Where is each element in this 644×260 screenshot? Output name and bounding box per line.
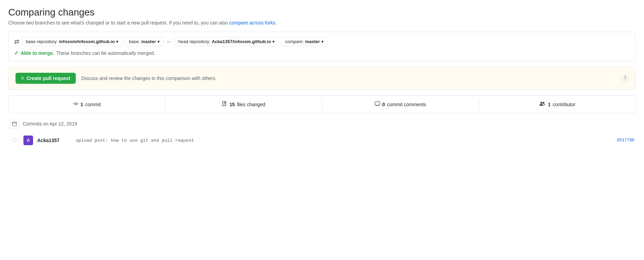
base-repo-chevron-icon: ▾ — [116, 39, 118, 44]
commit-comments-stat[interactable]: 0 commit comments — [322, 99, 479, 110]
compare-branch-chevron-icon: ▾ — [321, 39, 324, 44]
commits-section: Commits on Apr 12, 2019 A Acka1357 uploa… — [8, 119, 636, 148]
help-icon-button[interactable]: ? — [622, 75, 629, 82]
pr-creation-bar: ⑂ Create pull request Discuss and review… — [8, 67, 636, 90]
head-repo-chevron-icon: ▾ — [272, 39, 275, 44]
page-title: Comparing changes — [8, 7, 636, 18]
commits-stat[interactable]: 1 commit — [9, 99, 165, 110]
base-repository-dropdown[interactable]: base repository: infossm/infossm.github.… — [22, 37, 122, 46]
contributors-label: contributor — [553, 102, 575, 107]
page-subtitle: Choose two branches to see what's change… — [8, 20, 636, 26]
merge-checkmark-icon: ✓ — [14, 50, 19, 56]
contributors-count: 1 — [548, 102, 551, 107]
base-repo-value: infossm/infossm.github.io — [59, 39, 115, 44]
commits-calendar-icon — [10, 119, 19, 129]
svg-point-9 — [542, 102, 544, 104]
files-stat-icon — [222, 101, 227, 108]
commit-message: upload post: how to use git and pull req… — [76, 138, 613, 143]
base-branch-label: base: — [129, 39, 140, 44]
svg-point-8 — [540, 102, 542, 104]
head-repository-dropdown[interactable]: head repository: Acka1357/infossm.github… — [175, 37, 279, 46]
compare-branches-icon: ⇄ — [14, 38, 19, 46]
base-branch-chevron-icon: ▾ — [157, 39, 160, 44]
comments-stat-icon — [375, 101, 380, 108]
base-branch-value: master — [141, 39, 156, 44]
compare-across-forks-link[interactable]: compare across forks. — [229, 20, 277, 26]
commit-stat-icon — [73, 101, 79, 108]
comments-label: commit comments — [387, 102, 426, 107]
commits-label: commit — [85, 102, 101, 107]
commit-author[interactable]: Acka1357 — [37, 138, 72, 143]
compare-branch-dropdown[interactable]: compare: master ▾ — [281, 37, 328, 46]
base-repo-label: base repository: — [26, 39, 58, 44]
create-pr-label: Create pull request — [27, 76, 70, 81]
branch-selector-bar: ⇄ base repository: infossm/infossm.githu… — [8, 32, 636, 61]
commits-count: 1 — [81, 102, 83, 107]
avatar: A — [23, 136, 33, 145]
svg-point-0 — [75, 103, 77, 105]
compare-branch-label: compare: — [285, 39, 304, 44]
merge-description: These branches can be automatically merg… — [56, 50, 155, 56]
pr-description: Discuss and review the changes in this c… — [81, 76, 217, 81]
commits-date-text: Commits on Apr 12, 2019 — [23, 121, 77, 127]
compare-branch-value: master — [305, 39, 320, 44]
commit-sha-link[interactable]: 6517790 — [617, 138, 634, 143]
merge-status: ✓ Able to merge. These branches can be a… — [14, 50, 630, 56]
head-repo-value: Acka1357/infossm.github.io — [212, 39, 271, 44]
commits-date-header: Commits on Apr 12, 2019 — [10, 119, 634, 129]
comments-count: 0 — [382, 102, 385, 107]
contributors-stat[interactable]: 1 contributor — [479, 99, 635, 110]
create-pull-request-button[interactable]: ⑂ Create pull request — [15, 73, 76, 84]
files-changed-stat[interactable]: 15 files changed — [165, 99, 322, 110]
merge-able-label: Able to merge. — [21, 50, 54, 56]
svg-rect-7 — [375, 102, 380, 105]
contributors-stat-icon — [539, 101, 546, 108]
files-count: 15 — [229, 102, 235, 107]
commit-dot — [12, 138, 17, 142]
commit-row: A Acka1357 upload post: how to use git a… — [10, 133, 634, 148]
avatar-image: A — [23, 136, 33, 145]
pr-bar-left: ⑂ Create pull request Discuss and review… — [15, 73, 217, 84]
stats-bar: 1 commit 15 files changed 0 commit comme… — [8, 95, 636, 113]
branch-selector-row: ⇄ base repository: infossm/infossm.githu… — [14, 37, 630, 46]
head-repo-label: head repository: — [178, 39, 210, 44]
commit-timeline-dot-container — [10, 138, 19, 142]
base-branch-dropdown[interactable]: base: master ▾ — [125, 37, 163, 46]
pr-icon: ⑂ — [21, 76, 24, 81]
files-label: files changed — [237, 102, 266, 107]
svg-rect-10 — [12, 122, 17, 126]
compare-arrow-icon: ← — [166, 39, 172, 45]
